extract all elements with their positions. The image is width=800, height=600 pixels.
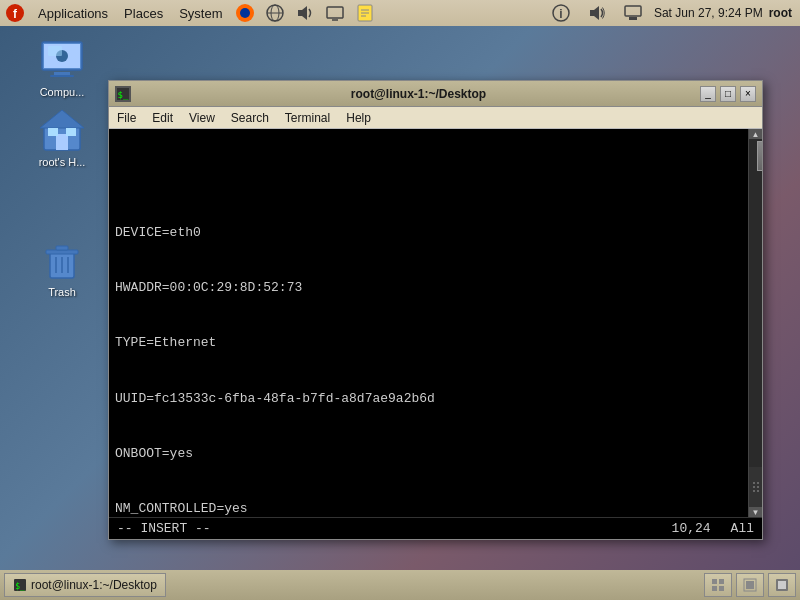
computer-icon: [38, 36, 86, 84]
svg-rect-47: [778, 581, 782, 585]
terminal-menu-terminal[interactable]: Terminal: [277, 107, 338, 128]
taskbar-terminal-icon: $_: [13, 578, 27, 592]
svg-marker-16: [590, 6, 599, 20]
desktop-icon-home[interactable]: root's H...: [22, 106, 102, 168]
svg-rect-40: [712, 579, 717, 584]
show-desktop-btn-1[interactable]: [704, 573, 732, 597]
svg-rect-31: [46, 250, 78, 254]
username-display: root: [769, 6, 792, 20]
display-icon: [324, 2, 346, 24]
svg-point-3: [240, 8, 250, 18]
svg-rect-45: [746, 581, 754, 589]
terminal-menu-view[interactable]: View: [181, 107, 223, 128]
svg-rect-27: [56, 134, 68, 150]
firefox-icon[interactable]: [234, 2, 256, 24]
computer-icon-label: Compu...: [40, 86, 85, 98]
svg-rect-29: [66, 128, 76, 136]
applications-menu[interactable]: Applications: [30, 0, 116, 26]
volume-icon: [294, 2, 316, 24]
svg-text:$_: $_: [15, 582, 25, 591]
network-icon: [264, 2, 286, 24]
vim-all: All: [731, 521, 754, 536]
taskbar-terminal-item[interactable]: $_ root@linux-1:~/Desktop: [4, 573, 166, 597]
terminal-menu-edit[interactable]: Edit: [144, 107, 181, 128]
svg-rect-42: [712, 586, 717, 591]
svg-marker-7: [298, 6, 307, 20]
show-desktop-btn-2[interactable]: [736, 573, 764, 597]
info-icon: i: [550, 2, 572, 24]
svg-rect-28: [48, 128, 58, 136]
svg-rect-24: [48, 46, 62, 56]
vim-mode: -- INSERT --: [117, 521, 672, 536]
home-icon: [38, 106, 86, 154]
terminal-menu-search[interactable]: Search: [223, 107, 277, 128]
terminal-title: root@linux-1:~/Desktop: [137, 87, 700, 101]
terminal-window-icon: $_: [115, 86, 131, 102]
maximize-button[interactable]: □: [720, 86, 736, 102]
terminal-window: $_ root@linux-1:~/Desktop _ □ × File Edi…: [108, 80, 763, 540]
desktop-icon-computer[interactable]: Compu...: [22, 36, 102, 98]
svg-rect-18: [629, 17, 637, 20]
trash-icon: [38, 236, 86, 284]
close-button[interactable]: ×: [740, 86, 756, 102]
svg-rect-8: [327, 7, 343, 18]
taskbar-bottom-right: [704, 573, 796, 597]
svg-text:$_: $_: [118, 90, 129, 100]
terminal-menu-help[interactable]: Help: [338, 107, 379, 128]
svg-rect-32: [56, 246, 68, 250]
volume2-icon: [586, 2, 608, 24]
terminal-scrollbar[interactable]: ▲ ▼: [748, 129, 762, 517]
terminal-menu-file[interactable]: File: [109, 107, 144, 128]
minimize-button[interactable]: _: [700, 86, 716, 102]
system-menu[interactable]: System: [171, 0, 230, 26]
svg-rect-50: [782, 585, 786, 589]
desktop-icon-trash[interactable]: Trash: [22, 236, 102, 298]
taskbar-bottom: $_ root@linux-1:~/Desktop: [0, 570, 800, 600]
svg-rect-22: [50, 75, 74, 77]
places-menu[interactable]: Places: [116, 0, 171, 26]
taskbar-terminal-label: root@linux-1:~/Desktop: [31, 578, 157, 592]
terminal-menubar: File Edit View Search Terminal Help: [109, 107, 762, 129]
terminal-controls: _ □ ×: [700, 86, 756, 102]
vim-position: 10,24: [672, 521, 711, 536]
desktop: f Applications Places System: [0, 0, 800, 600]
home-icon-label: root's H...: [39, 156, 86, 168]
datetime-display: Sat Jun 27, 9:24 PM: [654, 6, 763, 20]
terminal-text: DEVICE=eth0 HWADDR=00:0C:29:8D:52:73 TYP…: [109, 129, 748, 517]
svg-rect-43: [719, 586, 724, 591]
terminal-content-area[interactable]: DEVICE=eth0 HWADDR=00:0C:29:8D:52:73 TYP…: [109, 129, 762, 517]
svg-rect-21: [54, 72, 70, 75]
app-logo-icon: f: [4, 2, 26, 24]
show-desktop-btn-3[interactable]: [768, 573, 796, 597]
trash-icon-label: Trash: [48, 286, 76, 298]
svg-rect-41: [719, 579, 724, 584]
svg-text:i: i: [559, 7, 562, 21]
note-icon: [354, 2, 376, 24]
taskbar-left-section: f Applications Places System: [0, 0, 380, 26]
taskbar-top: f Applications Places System: [0, 0, 800, 26]
terminal-statusbar: -- INSERT -- 10,24 All: [109, 517, 762, 539]
taskbar-right-section: i Sat Jun 27, 9:24 PM root: [546, 0, 800, 26]
terminal-titlebar: $_ root@linux-1:~/Desktop _ □ ×: [109, 81, 762, 107]
svg-rect-49: [778, 585, 782, 589]
svg-rect-48: [782, 581, 786, 585]
screen-icon: [622, 2, 644, 24]
svg-rect-17: [625, 6, 641, 16]
svg-marker-26: [40, 110, 84, 128]
